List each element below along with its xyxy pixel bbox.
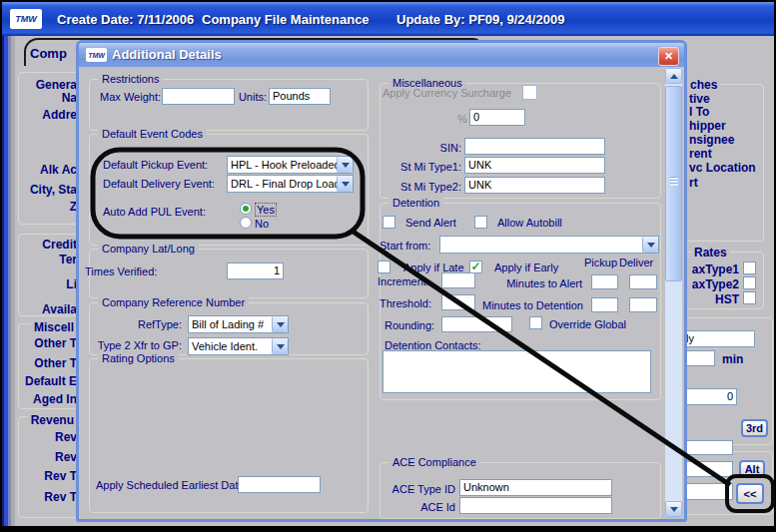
minutes-to-detention-deliver-input[interactable] — [629, 297, 657, 312]
increment-input[interactable] — [441, 272, 475, 288]
rates-caption: Rates — [691, 246, 730, 260]
close-icon[interactable]: ✕ — [658, 47, 679, 66]
minutes-to-detention-label: Minutes to Detention — [482, 299, 582, 311]
times-verified-input[interactable]: 1 — [227, 263, 284, 279]
default-delivery-event-select[interactable]: DRL - Final Drop Load — [227, 175, 354, 193]
bg-left-label: Availa — [42, 302, 77, 316]
st-mi-type1-input[interactable]: UNK — [464, 157, 605, 174]
percent-input[interactable]: 0 — [469, 109, 525, 126]
default-pickup-event-select[interactable]: HPL - Hook Preloaded — [227, 156, 354, 174]
tab-company-label: Comp — [30, 46, 67, 61]
group-caption: Default Event Codes — [98, 128, 207, 140]
group-caption: Company Reference Number — [98, 296, 249, 308]
st-mi-type2-input[interactable]: UNK — [464, 177, 605, 194]
bg-left-label: Other T — [34, 336, 77, 350]
group-caption: ACE Compliance — [388, 456, 480, 468]
start-from-select[interactable] — [439, 236, 659, 254]
bg-right-label: rt — [689, 176, 698, 190]
bg-left-label: Other T — [34, 356, 77, 370]
type2-xfr-select[interactable]: Vehicle Ident. — [188, 337, 289, 355]
update-by-label: Update By: PF09, 9/24/2009 — [396, 12, 564, 27]
collapse-button[interactable]: << — [736, 483, 764, 504]
bg-left-label: City, Sta — [30, 183, 77, 197]
minutes-to-alert-pickup-input[interactable] — [591, 274, 618, 289]
bg-left-label: Rev — [55, 450, 77, 464]
apply-currency-surcharge-label: Apply Currency Surcharge — [383, 87, 511, 99]
apply-scheduled-earliest-date-input[interactable] — [238, 476, 321, 493]
ace-id-input[interactable] — [459, 497, 612, 514]
dialog-scrollbar[interactable] — [665, 68, 682, 517]
minutes-to-alert-deliver-input[interactable] — [629, 274, 657, 289]
bg-left-label: Alk Ac — [40, 163, 77, 177]
screen: TMW Create Date: 7/11/2006 Company File … — [0, 0, 776, 532]
threshold-input[interactable] — [441, 294, 475, 310]
alt-button[interactable]: Alt — [739, 460, 765, 477]
auto-add-pul-no-label[interactable]: No — [255, 218, 269, 230]
window-title: Company File Maintenance — [202, 12, 370, 27]
max-weight-input[interactable] — [162, 88, 235, 105]
minutes-to-detention-pickup-input[interactable] — [591, 297, 618, 312]
bg-left-label: Addre — [42, 108, 77, 122]
threshold-label: Threshold: — [380, 297, 431, 309]
group-caption: Rating Options — [98, 352, 179, 364]
apply-if-early-label: Apply if Early — [494, 262, 558, 273]
bg-left-label: Rev T — [44, 469, 77, 483]
dropdown-arrow-icon — [337, 157, 353, 173]
scrollbar-thumb[interactable] — [665, 86, 682, 281]
st-mi-type1-label: St Mi Type1: — [379, 161, 461, 173]
third-party-button[interactable]: 3rd — [741, 419, 768, 437]
reftype-label: RefType: — [89, 318, 182, 330]
start-from-label: Start from: — [380, 240, 430, 252]
app-logo-icon: TMW — [10, 9, 42, 29]
bg-left-label: Credit — [42, 238, 77, 252]
increment-label: Increment: — [378, 275, 429, 287]
ace-type-id-input[interactable]: Unknown — [459, 479, 612, 496]
taxtype1-checkbox[interactable] — [743, 262, 756, 274]
rates-label: axType1 — [692, 263, 739, 276]
detention-contacts-textarea[interactable] — [383, 350, 651, 393]
sin-input[interactable] — [464, 138, 605, 155]
auto-add-pul-no-radio[interactable] — [240, 217, 252, 229]
units-label: Units: — [235, 91, 267, 103]
auto-add-pul-yes-radio[interactable] — [240, 203, 252, 215]
dialog-titlebar[interactable]: TMW Additional Details ✕ — [79, 43, 684, 67]
dialog-client-area: Restrictions Default Event Codes Company… — [79, 67, 684, 519]
send-alert-label: Send Alert — [405, 217, 456, 229]
auto-add-pul-label: Auto Add PUL Event: — [103, 206, 206, 218]
allow-autobill-checkbox[interactable] — [474, 216, 487, 229]
group-caption: Restrictions — [98, 73, 163, 85]
apply-currency-surcharge-checkbox[interactable] — [522, 85, 537, 100]
auto-add-pul-yes-label[interactable]: Yes — [255, 203, 277, 217]
taxtype2-checkbox[interactable] — [743, 276, 756, 289]
bg-left-label: Na — [62, 91, 77, 105]
bg-left-label: Genera — [36, 78, 77, 92]
reftype-select[interactable]: Bill of Lading # — [188, 315, 289, 333]
bg-right-label: vc Location — [689, 161, 756, 175]
override-global-checkbox[interactable] — [529, 316, 542, 329]
hst-checkbox[interactable] — [743, 291, 756, 304]
rates-label: HST — [715, 292, 739, 306]
sin-label: SIN: — [408, 142, 461, 154]
minutes-to-alert-label: Minutes to Alert — [502, 277, 582, 289]
scroll-down-icon[interactable] — [665, 501, 682, 517]
st-mi-type2-label: St Mi Type2: — [379, 181, 461, 193]
group-caption: Company Lat/Long — [98, 243, 199, 255]
bg-right-label: tive — [689, 92, 710, 106]
bg-left-label: Rev T — [44, 490, 77, 504]
additional-details-dialog: TMW Additional Details ✕ Restrictions De… — [76, 40, 687, 522]
group-caption: Detention — [388, 197, 443, 209]
bg-right-label: ches — [687, 78, 720, 92]
percent-label: % — [457, 113, 467, 125]
scroll-up-icon[interactable] — [665, 68, 682, 84]
window-left-border — [11, 36, 15, 526]
bg-right-label: l To — [689, 105, 709, 119]
send-alert-checkbox[interactable] — [383, 216, 395, 229]
apply-if-late-checkbox[interactable] — [378, 261, 390, 273]
units-input[interactable]: Pounds — [269, 88, 331, 105]
apply-scheduled-earliest-date-label: Apply Scheduled Earliest Date: — [96, 479, 237, 491]
rounding-input[interactable] — [441, 316, 512, 332]
times-verified-label: Times Verified: — [85, 266, 157, 277]
ace-type-id-label: ACE Type ID — [379, 483, 455, 495]
bg-right-label: rent — [689, 147, 712, 161]
group-restrictions: Restrictions — [89, 79, 369, 131]
